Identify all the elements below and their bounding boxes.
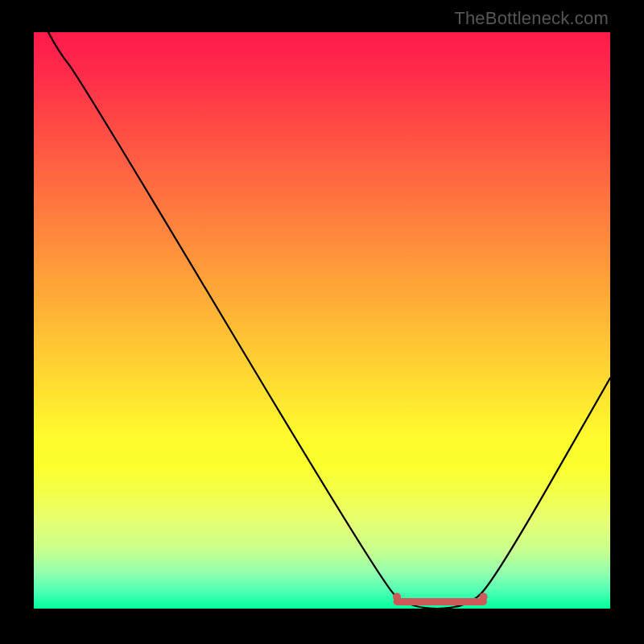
plot-area bbox=[34, 32, 610, 609]
chart-frame: TheBottleneck.com bbox=[0, 0, 644, 644]
curve-layer bbox=[34, 32, 610, 609]
main-curve bbox=[34, 32, 610, 609]
watermark-text: TheBottleneck.com bbox=[454, 8, 609, 29]
valley-dot-right bbox=[479, 592, 487, 601]
valley-dot-left bbox=[393, 592, 401, 601]
